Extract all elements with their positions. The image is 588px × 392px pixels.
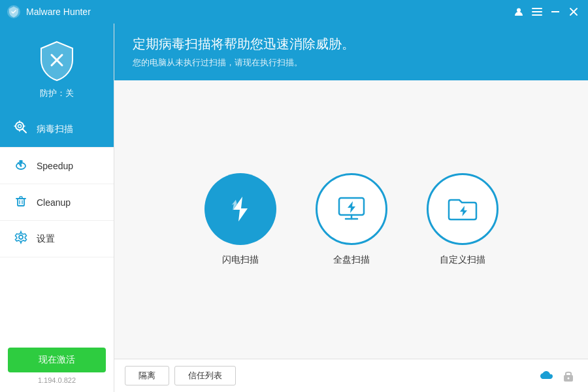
svg-line-12 bbox=[23, 129, 27, 133]
sidebar-footer: 现在激活 1.194.0.822 bbox=[0, 337, 114, 392]
menu-button[interactable] bbox=[529, 4, 545, 20]
svg-rect-3 bbox=[532, 11, 542, 12]
svg-point-30 bbox=[568, 378, 570, 380]
shield-icon-container bbox=[35, 38, 79, 82]
svg-rect-5 bbox=[551, 11, 559, 12]
flash-scan-circle bbox=[204, 173, 276, 245]
sidebar-item-virus-scan[interactable]: 病毒扫描 bbox=[0, 111, 114, 148]
main-footer: 隔离 信任列表 bbox=[114, 359, 588, 392]
app-body: 防护：关 病毒扫描 bbox=[0, 24, 588, 392]
cloud-button[interactable] bbox=[537, 367, 555, 385]
footer-icons bbox=[537, 367, 578, 385]
sidebar-header: 防护：关 bbox=[0, 24, 114, 111]
close-icon bbox=[570, 8, 578, 16]
custom-scan-label: 自定义扫描 bbox=[440, 254, 485, 266]
sidebar-speedup-label: Speedup bbox=[37, 161, 73, 171]
account-icon bbox=[514, 7, 524, 17]
custom-scan-option[interactable]: 自定义扫描 bbox=[427, 173, 498, 266]
sidebar-item-cleanup[interactable]: Cleanup bbox=[0, 184, 114, 221]
banner-subtitle: 您的电脑从未执行过扫描，请现在执行扫描。 bbox=[133, 57, 570, 69]
lock-button[interactable] bbox=[559, 367, 578, 385]
titlebar-left: Malware Hunter bbox=[7, 5, 91, 19]
main-content: 定期病毒扫描将帮助您迅速消除威胁。 您的电脑从未执行过扫描，请现在执行扫描。 闪… bbox=[114, 24, 588, 392]
full-scan-icon bbox=[334, 191, 369, 227]
svg-point-11 bbox=[18, 125, 22, 128]
minimize-button[interactable] bbox=[547, 4, 563, 20]
sidebar-settings-label: 设置 bbox=[37, 233, 55, 245]
app-title: Malware Hunter bbox=[26, 7, 91, 17]
settings-icon bbox=[13, 230, 29, 248]
svg-rect-4 bbox=[532, 14, 542, 16]
banner-title: 定期病毒扫描将帮助您迅速消除威胁。 bbox=[133, 35, 570, 53]
svg-rect-2 bbox=[532, 8, 542, 9]
flash-scan-label: 闪电扫描 bbox=[222, 254, 259, 266]
full-scan-label: 全盘扫描 bbox=[333, 254, 370, 266]
sidebar-virus-scan-label: 病毒扫描 bbox=[37, 123, 73, 135]
virus-scan-icon bbox=[13, 120, 29, 138]
svg-rect-20 bbox=[18, 199, 24, 206]
svg-rect-22 bbox=[20, 197, 22, 199]
flash-scan-icon bbox=[223, 191, 258, 227]
titlebar: Malware Hunter bbox=[0, 0, 588, 24]
sidebar-nav: 病毒扫描 Speedup bbox=[0, 111, 114, 337]
custom-scan-icon bbox=[445, 191, 480, 227]
speedup-icon bbox=[13, 157, 29, 174]
full-scan-option[interactable]: 全盘扫描 bbox=[316, 173, 387, 266]
trust-list-button[interactable]: 信任列表 bbox=[174, 366, 236, 385]
version-label: 1.194.0.822 bbox=[38, 376, 76, 384]
cleanup-icon bbox=[13, 193, 29, 211]
sidebar-item-speedup[interactable]: Speedup bbox=[0, 148, 114, 184]
custom-scan-circle bbox=[427, 173, 498, 245]
app-logo-icon bbox=[7, 5, 21, 19]
quarantine-button[interactable]: 隔离 bbox=[125, 366, 169, 385]
sidebar-item-settings[interactable]: 设置 bbox=[0, 221, 114, 257]
svg-point-19 bbox=[20, 165, 22, 167]
flash-scan-option[interactable]: 闪电扫描 bbox=[204, 173, 276, 266]
scan-area: 闪电扫描 全盘扫描 bbox=[114, 80, 588, 359]
titlebar-controls bbox=[511, 4, 581, 20]
minimize-icon bbox=[551, 11, 559, 12]
hamburger-icon bbox=[532, 8, 542, 16]
sidebar: 防护：关 病毒扫描 bbox=[0, 24, 114, 392]
svg-point-1 bbox=[517, 8, 521, 12]
lock-icon bbox=[563, 369, 574, 382]
protection-status-label: 防护：关 bbox=[40, 88, 74, 99]
activate-button[interactable]: 现在激活 bbox=[8, 348, 106, 372]
svg-point-25 bbox=[19, 235, 23, 239]
cloud-icon bbox=[539, 370, 553, 381]
sidebar-cleanup-label: Cleanup bbox=[37, 197, 71, 208]
account-button[interactable] bbox=[511, 4, 527, 20]
shield-x-icon bbox=[35, 38, 79, 82]
full-scan-circle bbox=[316, 173, 387, 245]
close-button[interactable] bbox=[566, 4, 581, 20]
main-banner: 定期病毒扫描将帮助您迅速消除威胁。 您的电脑从未执行过扫描，请现在执行扫描。 bbox=[114, 24, 588, 80]
